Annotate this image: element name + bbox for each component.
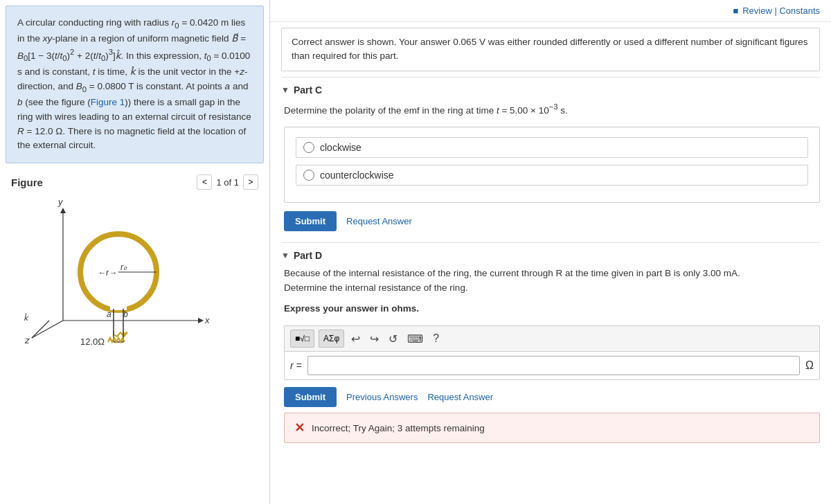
figure-canvas: z x y k̂ r₀ ←r→ (11, 192, 247, 359)
part-d-section: ▼ Part D Because of the internal resista… (270, 242, 831, 451)
incorrect-banner: ✕ Incorrect; Try Again; 3 attempts remai… (284, 413, 820, 443)
figure-section: Figure < 1 of 1 > z x y (0, 169, 269, 504)
part-d-arrow: ▼ (281, 251, 289, 260)
part-d-label: Part D (294, 250, 322, 261)
svg-text:←r→: ←r→ (98, 268, 117, 278)
svg-text:z: z (24, 335, 30, 345)
review-constants-label: Review | Constants (742, 6, 820, 16)
keyboard-button[interactable]: ⌨ (404, 331, 426, 347)
top-bar: ■ Review | Constants (270, 0, 831, 22)
figure-prev-button[interactable]: < (197, 174, 212, 190)
answer-toolbar: ■√□ ΑΣφ ↩ ↪ ↺ ⌨ ? (284, 325, 820, 351)
left-panel: A circular conducting ring with radius r… (0, 0, 270, 504)
right-panel: ■ Review | Constants Correct answer is s… (270, 0, 831, 504)
svg-marker-6 (60, 208, 66, 213)
label-clockwise: clockwise (320, 142, 361, 153)
part-d-header[interactable]: ▼ Part D (281, 242, 820, 267)
part-c-content: Determine the polarity of the emf in the… (281, 101, 820, 232)
part-c-header[interactable]: ▼ Part C (281, 77, 820, 101)
help-icon: ? (433, 332, 439, 344)
review-constants-link[interactable]: ■ Review | Constants (733, 6, 820, 16)
part-d-text1: Because of the internal resistance of th… (284, 268, 740, 278)
svg-text:r₀: r₀ (120, 262, 127, 272)
part-c-section: ▼ Part C Determine the polarity of the e… (270, 77, 831, 243)
svg-line-22 (32, 321, 63, 338)
part-d-submit-button[interactable]: Submit (284, 387, 337, 407)
formula-icon: ■√□ (295, 334, 310, 343)
radio-clockwise[interactable] (303, 142, 314, 153)
part-d-previous-answers-button[interactable]: Previous Answers (346, 392, 418, 402)
part-c-actions: Submit Request Answer (284, 211, 820, 231)
answer-input-row: r = Ω (284, 351, 820, 380)
redo-icon: ↪ (370, 333, 379, 345)
part-c-label: Part C (294, 84, 322, 96)
part-d-actions: Submit Previous Answers Request Answer (284, 387, 820, 407)
review-icon: ■ (733, 6, 738, 16)
correct-banner: Correct answer is shown. Your answer 0.0… (281, 28, 820, 71)
svg-line-0 (32, 321, 49, 338)
formula-button[interactable]: ■√□ (290, 330, 314, 348)
x-icon: ✕ (294, 420, 305, 435)
omega-symbol: Ω (805, 359, 814, 372)
reset-button[interactable]: ↺ (386, 331, 400, 347)
svg-text:k̂: k̂ (24, 313, 29, 322)
figure-title: Figure (11, 177, 43, 188)
correct-text: Correct answer is shown. Your answer 0.0… (292, 37, 807, 61)
greek-icon: ΑΣφ (323, 334, 339, 343)
incorrect-text: Incorrect; Try Again; 3 attempts remaini… (312, 423, 485, 433)
part-d-request-answer-button[interactable]: Request Answer (427, 392, 493, 402)
radio-counterclockwise[interactable] (303, 170, 314, 181)
part-d-question: Because of the internal resistance of th… (284, 267, 820, 295)
svg-text:b: b (123, 309, 128, 319)
part-d-text2: Determine the internal resistance of the… (284, 282, 468, 293)
r-label: r = (290, 360, 302, 371)
svg-marker-3 (198, 318, 204, 323)
part-c-submit-button[interactable]: Submit (284, 211, 337, 231)
problem-statement: A circular conducting ring with radius r… (6, 6, 264, 163)
svg-text:a: a (107, 309, 111, 319)
help-button[interactable]: ? (430, 331, 442, 346)
reset-icon: ↺ (388, 333, 397, 345)
option-counterclockwise: counterclockwise (296, 165, 808, 186)
part-d-express-label: Express your answer in ohms. (284, 302, 820, 316)
answer-input[interactable] (307, 356, 800, 375)
figure-nav: < 1 of 1 > (197, 174, 258, 190)
svg-text:y: y (57, 197, 64, 207)
keyboard-icon: ⌨ (407, 333, 423, 345)
figure-count: 1 of 1 (216, 177, 239, 188)
svg-text:x: x (204, 315, 210, 325)
part-c-request-answer-button[interactable]: Request Answer (346, 216, 412, 226)
part-d-content: Because of the internal resistance of th… (281, 267, 820, 443)
part-c-arrow: ▼ (281, 85, 289, 95)
option-clockwise: clockwise (296, 137, 808, 158)
part-c-question: Determine the polarity of the emf in the… (284, 101, 820, 118)
undo-icon: ↩ (351, 333, 360, 345)
label-counterclockwise: counterclockwise (320, 170, 394, 181)
part-c-options-box: clockwise counterclockwise (284, 127, 820, 203)
greek-button[interactable]: ΑΣφ (319, 330, 344, 348)
svg-text:12.0Ω: 12.0Ω (80, 336, 105, 347)
redo-button[interactable]: ↪ (367, 331, 382, 347)
figure-next-button[interactable]: > (243, 174, 258, 190)
undo-button[interactable]: ↩ (348, 331, 363, 347)
